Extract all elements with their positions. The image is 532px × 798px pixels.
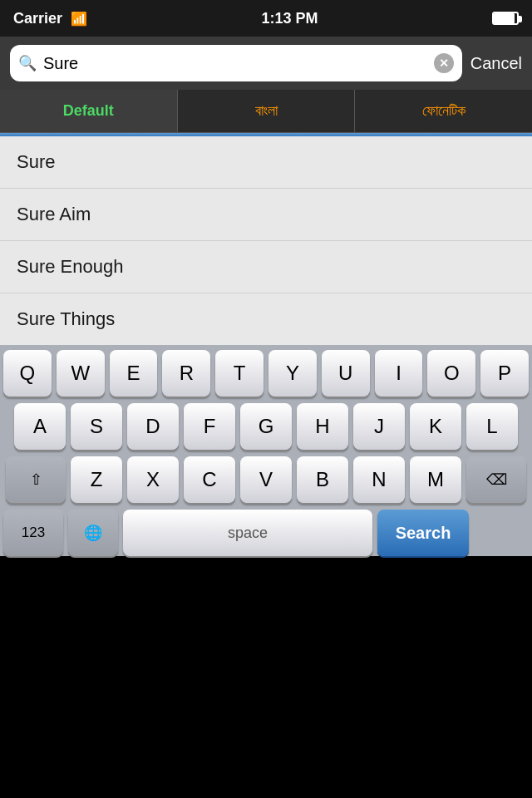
key-u[interactable]: U xyxy=(322,350,370,397)
space-key[interactable]: space xyxy=(123,510,372,556)
search-magnifier-icon: 🔍 xyxy=(18,54,37,72)
key-q[interactable]: Q xyxy=(3,350,52,397)
numbers-key[interactable]: 123 xyxy=(3,510,63,556)
status-bar: Carrier 📶 1:13 PM xyxy=(0,0,532,37)
tab-bangla[interactable]: বাংলা xyxy=(178,90,356,132)
key-c[interactable]: C xyxy=(184,456,235,503)
suggestion-item[interactable]: Sure Enough xyxy=(0,241,532,293)
key-v[interactable]: V xyxy=(240,456,292,503)
search-key[interactable]: Search xyxy=(377,510,469,556)
key-f[interactable]: F xyxy=(184,403,235,450)
key-row-4: 123 🌐 space Search xyxy=(3,510,529,556)
key-l[interactable]: L xyxy=(466,403,518,450)
key-b[interactable]: B xyxy=(297,456,348,503)
tab-default[interactable]: Default xyxy=(0,90,178,132)
key-m[interactable]: M xyxy=(410,456,461,503)
suggestion-item[interactable]: Sure Things xyxy=(0,293,532,345)
key-row-3: ⇧ Z X C V B N M ⌫ xyxy=(3,456,529,503)
key-p[interactable]: P xyxy=(480,350,529,397)
tab-phonetic[interactable]: ফোনেটিক xyxy=(355,90,532,132)
suggestion-item[interactable]: Sure Aim xyxy=(0,189,532,241)
key-i[interactable]: I xyxy=(375,350,423,397)
key-a[interactable]: A xyxy=(14,403,66,450)
battery-icon xyxy=(492,12,519,25)
key-e[interactable]: E xyxy=(110,350,158,397)
key-n[interactable]: N xyxy=(353,456,405,503)
key-r[interactable]: R xyxy=(162,350,210,397)
search-input[interactable] xyxy=(43,54,427,73)
key-s[interactable]: S xyxy=(71,403,122,450)
key-x[interactable]: X xyxy=(127,456,179,503)
key-o[interactable]: O xyxy=(427,350,475,397)
key-row-2: A S D F G H J K L xyxy=(3,403,529,450)
search-bar: 🔍 ✕ Cancel xyxy=(0,37,532,90)
suggestion-item[interactable]: Sure xyxy=(0,136,532,189)
key-row-1: Q W E R T Y U I O P xyxy=(3,350,529,397)
time-label: 1:13 PM xyxy=(262,10,318,27)
carrier-label: Carrier xyxy=(13,10,62,27)
delete-key[interactable]: ⌫ xyxy=(466,456,526,503)
key-j[interactable]: J xyxy=(353,403,405,450)
key-z[interactable]: Z xyxy=(71,456,122,503)
key-y[interactable]: Y xyxy=(268,350,317,397)
suggestions-list: Sure Sure Aim Sure Enough Sure Things xyxy=(0,136,532,345)
key-k[interactable]: K xyxy=(410,403,461,450)
key-w[interactable]: W xyxy=(57,350,105,397)
clear-button[interactable]: ✕ xyxy=(434,53,454,73)
key-t[interactable]: T xyxy=(215,350,264,397)
key-g[interactable]: G xyxy=(240,403,292,450)
key-h[interactable]: H xyxy=(297,403,348,450)
keyboard: Q W E R T Y U I O P A S D F G H J K L ⇧ … xyxy=(0,345,532,556)
keyboard-tabs: Default বাংলা ফোনেটিক xyxy=(0,90,532,133)
cancel-button[interactable]: Cancel xyxy=(470,54,522,73)
search-input-wrapper: 🔍 ✕ xyxy=(10,45,462,81)
globe-key[interactable]: 🌐 xyxy=(68,510,118,556)
key-d[interactable]: D xyxy=(127,403,179,450)
wifi-icon: 📶 xyxy=(71,11,87,27)
shift-key[interactable]: ⇧ xyxy=(6,456,66,503)
